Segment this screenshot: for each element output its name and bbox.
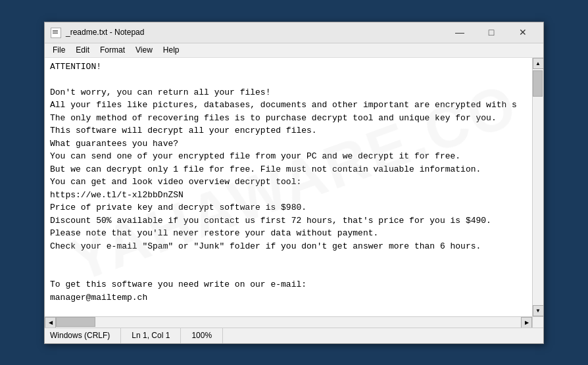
scroll-thumb-h[interactable] [56,317,95,327]
scroll-left-button[interactable]: ◀ [45,317,56,328]
scroll-right-button[interactable]: ▶ [521,317,532,328]
zoom-status: 100% [181,328,223,343]
horizontal-scrollbar-row: ◀ ▶ [45,316,543,328]
app-icon [50,27,61,37]
window-title: _readme.txt - Notepad [66,28,445,37]
scroll-down-button[interactable]: ▼ [533,305,544,316]
scroll-track-h[interactable] [56,317,521,328]
scroll-up-button[interactable]: ▲ [533,58,544,69]
window-controls: — □ ✕ [445,23,538,41]
menu-view[interactable]: View [130,44,158,56]
scroll-track-v[interactable] [533,69,543,305]
menu-format[interactable]: Format [95,44,130,56]
close-button[interactable]: ✕ [508,23,538,41]
maximize-button[interactable]: □ [476,23,506,41]
status-bar: Windows (CRLF) Ln 1, Col 1 100% [45,328,543,343]
encoding-status: Windows (CRLF) [50,328,121,343]
scrollbar-corner [532,317,543,328]
menu-bar: File Edit Format View Help [45,43,543,58]
menu-file[interactable]: File [47,44,70,56]
text-content[interactable]: ATTENTION! Don't worry, you can return a… [45,58,532,316]
notepad-window: _readme.txt - Notepad — □ ✕ File Edit Fo… [44,22,544,344]
title-bar: _readme.txt - Notepad — □ ✕ [45,22,543,43]
position-status: Ln 1, Col 1 [121,328,181,343]
menu-help[interactable]: Help [158,44,185,56]
vertical-scrollbar[interactable]: ▲ ▼ [532,58,543,316]
content-wrapper: ATTENTION! Don't worry, you can return a… [45,58,543,316]
minimize-button[interactable]: — [445,23,475,41]
menu-edit[interactable]: Edit [70,44,95,56]
scroll-thumb-v[interactable] [533,70,543,97]
